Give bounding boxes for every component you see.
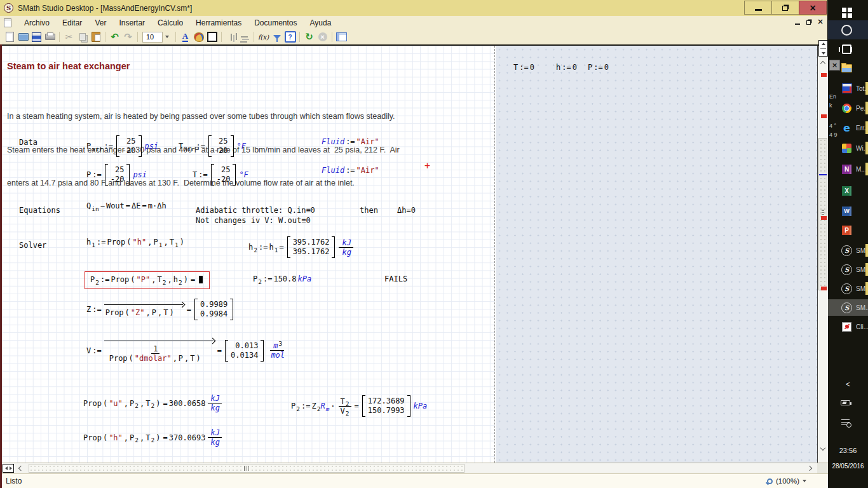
scroll-up-button[interactable] [818,57,828,67]
math-region-t-air[interactable]: Tair:=25-20°F [179,135,246,157]
outside-page-area[interactable] [496,46,817,463]
paste-icon[interactable] [90,31,102,43]
font-color-icon[interactable] [179,31,191,43]
restore-button[interactable] [771,1,799,15]
taskbar-item-smath-1[interactable]: SM... [828,242,868,259]
menu-item-ayuda[interactable]: Ayuda [304,18,338,27]
insert-function-icon[interactable] [257,31,269,43]
battery-icon[interactable] [841,400,850,405]
scrollbar-split-button[interactable] [818,40,828,57]
taskbar-item-onenote[interactable]: M... [828,161,868,177]
taskbar-item-word[interactable] [828,203,868,219]
taskbar-item-start[interactable] [828,4,868,20]
taskbar-item-win-app[interactable]: Wi... [828,140,868,156]
background-color-icon[interactable] [193,31,205,43]
math-region-prop-h[interactable]: Prop("h",P2,T2)=370.0693kJkg [83,428,224,447]
align-vertical-icon[interactable] [238,31,250,43]
taskbar-item-total-commander[interactable]: Tot... [828,80,868,97]
scroll-right-button[interactable] [804,463,816,473]
math-region-v[interactable]: V:=1Prop("dmolar",P,T)=0.0130.0134m3mol [86,338,288,363]
open-file-icon[interactable] [17,31,29,43]
show-hidden-icons-button[interactable]: < [828,380,868,389]
menu-item-ver[interactable]: Ver [88,18,112,27]
zoom-caret-icon[interactable] [803,480,806,482]
math-region-t-zero[interactable]: T:=0 [513,63,534,72]
function-filter-icon[interactable] [271,31,283,43]
menu-item-editar[interactable]: Editar [56,18,88,27]
taskbar-item-file-explorer[interactable] [828,60,868,76]
label-data[interactable]: Data [19,138,37,147]
taskbar-item-smath-3[interactable]: SM... [828,280,868,297]
menu-item-herramientas[interactable]: Herramientas [189,18,248,27]
mdi-close-button[interactable]: × [817,18,824,25]
minimize-button[interactable] [744,1,772,15]
vertical-scroll-thumb[interactable] [818,138,827,290]
taskbar-item-powerpoint[interactable] [828,222,868,238]
label-solver[interactable]: Solver [19,241,46,250]
math-region-z[interactable]: Z:=Prop("Z",P,T)=0.99890.9984 [86,299,235,320]
dynamic-assistance-icon[interactable] [284,31,296,43]
align-horizontal-icon[interactable] [225,31,237,43]
copy-icon[interactable] [76,31,88,43]
font-size-caret-icon[interactable] [165,36,169,38]
close-button[interactable]: × [799,1,827,15]
taskbar-item-clip-app[interactable]: Cli... [828,318,868,335]
note-fails[interactable]: FAILS [384,274,407,283]
note-adiabatic-1[interactable]: Adiabatic throttle: Q.in≡0 [196,206,315,215]
action-center-icon[interactable] [841,419,850,426]
taskbar-item-edge[interactable]: Err... [828,119,868,136]
math-region-prop-u[interactable]: Prop("u",P2,T2)=300.0658kJkg [83,394,224,412]
new-document-icon[interactable] [4,31,16,43]
label-equations[interactable]: Equations [19,206,60,215]
clock-date[interactable]: 28/05/2016 [828,463,868,470]
math-region-h2[interactable]: h2:=h1=395.1762395.1762kJkg [248,236,355,258]
math-region-h1[interactable]: h1:=Prop("h",P1,T1) [86,238,186,247]
insertion-cursor[interactable]: + [424,160,430,172]
horizontal-scroll-thumb[interactable] [29,464,465,473]
vertical-scrollbar[interactable] [817,46,828,464]
show-units-icon[interactable] [336,31,348,43]
math-region-fluid-1[interactable]: Fluid:="Air" [322,137,379,146]
math-region-t[interactable]: T:=25-20°F [193,164,248,186]
math-region-p[interactable]: P:=25-20psi [86,164,147,186]
math-region-h-zero[interactable]: h:=0 [556,63,577,72]
math-region-p2-ideal-gas[interactable]: P2:=Z2Rm·T2V2=172.3689150.7993kPa [291,395,427,417]
hscrollbar-split-button[interactable] [3,464,14,473]
note-then[interactable]: then [360,206,378,215]
taskbar-item-task-view[interactable] [828,41,868,57]
cut-icon[interactable] [63,31,75,43]
show-borders-icon[interactable] [206,31,218,43]
clock-time[interactable]: 23:56 [828,447,868,454]
interrupt-icon[interactable] [316,31,329,43]
print-icon[interactable] [44,31,56,43]
taskbar-item-smath-4[interactable]: SM... [828,299,868,316]
sheet-title[interactable]: Steam to air heat exchanger [7,61,130,71]
horizontal-scrollbar[interactable] [2,463,828,473]
math-region-p-air[interactable]: Pair:=25-20psi [86,135,158,157]
scroll-left-button[interactable] [15,463,26,473]
math-region-fluid-2[interactable]: Fluid:="Air" [322,166,379,175]
note-adiabatic-2[interactable]: Not changes iv V: W.out≡0 [196,216,311,225]
document-icon[interactable] [4,18,11,27]
menu-item-insertar[interactable]: Insertar [112,18,151,27]
font-size-select[interactable]: 10 [142,32,163,43]
mdi-restore-button[interactable] [806,20,811,25]
mdi-minimize-button[interactable] [795,24,800,25]
save-icon[interactable] [31,31,43,43]
recalculate-icon[interactable] [303,31,315,43]
taskbar-item-cortana[interactable] [828,20,868,39]
error-selection-box[interactable]: P2:=Prop("P",T2,h2)= [85,271,210,289]
zoom-control[interactable]: (100%) [767,477,806,485]
math-region-p2-prop[interactable]: P2:=Prop("P",T2,h2)= [90,275,203,284]
taskbar-item-excel[interactable] [828,182,868,199]
math-region-p2-value[interactable]: P2:=150.8kPa [253,274,311,283]
menu-item-cálculo[interactable]: Cálculo [151,18,189,27]
redo-icon[interactable] [122,31,134,43]
note-dh[interactable]: Δh=0 [397,206,416,215]
math-region-p-zero[interactable]: P:=0 [588,63,609,72]
taskbar-item-smath-2[interactable]: SM... [828,261,868,278]
taskbar-item-chrome[interactable]: Pe... [828,100,868,116]
menu-item-archivo[interactable]: Archivo [18,18,56,27]
math-region-energy-balance[interactable]: Qin−Wout=ΔE=m·Δh [86,201,166,210]
menu-item-documentos[interactable]: Documentos [248,18,303,27]
